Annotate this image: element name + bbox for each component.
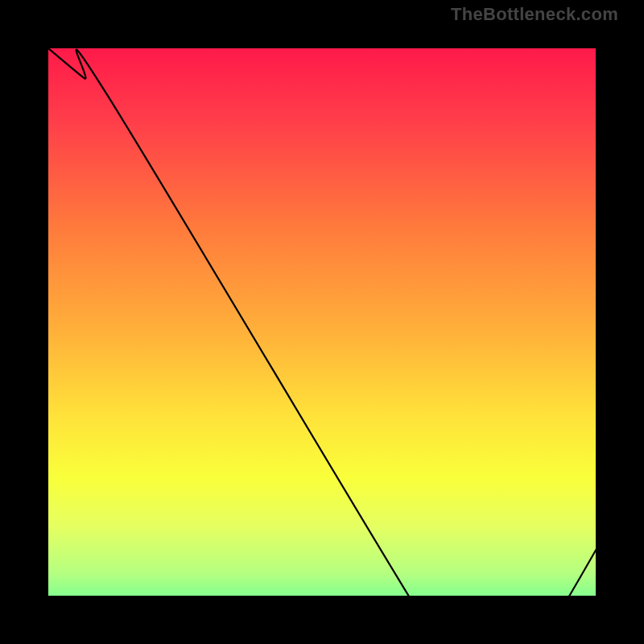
- plot-area: [48, 48, 596, 596]
- chart-frame: [0, 0, 644, 644]
- watermark-text: TheBottleneck.com: [451, 4, 618, 25]
- chart-svg: [48, 48, 596, 596]
- gradient-background: [48, 48, 596, 596]
